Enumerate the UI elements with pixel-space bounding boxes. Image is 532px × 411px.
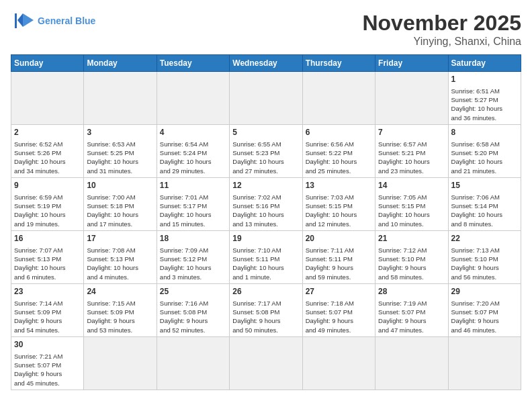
day-info: Sunrise: 7:13 AM Sunset: 5:10 PM Dayligh…: [451, 246, 518, 281]
day-number: 9: [14, 180, 81, 191]
calendar-cell: 1Sunrise: 6:51 AM Sunset: 5:27 PM Daylig…: [448, 72, 521, 125]
calendar-cell: [375, 336, 448, 390]
day-number: 5: [232, 127, 299, 138]
calendar-cell: 26Sunrise: 7:17 AM Sunset: 5:08 PM Dayli…: [230, 283, 302, 336]
day-info: Sunrise: 6:55 AM Sunset: 5:23 PM Dayligh…: [232, 140, 299, 175]
day-number: 7: [378, 127, 445, 138]
calendar-cell: [230, 336, 302, 390]
day-number: 18: [160, 233, 226, 244]
day-info: Sunrise: 7:15 AM Sunset: 5:09 PM Dayligh…: [87, 299, 153, 334]
calendar-cell: [302, 336, 375, 390]
day-number: 20: [306, 233, 372, 244]
day-info: Sunrise: 7:05 AM Sunset: 5:15 PM Dayligh…: [378, 193, 445, 228]
calendar-cell: 5Sunrise: 6:55 AM Sunset: 5:23 PM Daylig…: [230, 124, 302, 177]
calendar-cell: 11Sunrise: 7:01 AM Sunset: 5:17 PM Dayli…: [157, 177, 229, 230]
weekday-header-monday: Monday: [84, 55, 157, 72]
day-number: 1: [451, 74, 518, 85]
day-info: Sunrise: 7:03 AM Sunset: 5:15 PM Dayligh…: [306, 193, 372, 228]
calendar-cell: 28Sunrise: 7:19 AM Sunset: 5:07 PM Dayli…: [375, 283, 448, 336]
day-number: 16: [14, 233, 81, 244]
month-title: November 2025: [362, 11, 521, 36]
page-header: General Blue November 2025 Yinying, Shan…: [11, 11, 521, 48]
day-info: Sunrise: 7:16 AM Sunset: 5:08 PM Dayligh…: [160, 299, 226, 334]
calendar-cell: 6Sunrise: 6:56 AM Sunset: 5:22 PM Daylig…: [302, 124, 375, 177]
day-info: Sunrise: 6:57 AM Sunset: 5:21 PM Dayligh…: [378, 140, 445, 175]
day-number: 26: [232, 286, 299, 298]
weekday-header-sunday: Sunday: [11, 55, 84, 72]
calendar-cell: 4Sunrise: 6:54 AM Sunset: 5:24 PM Daylig…: [157, 124, 229, 177]
day-number: 14: [378, 180, 445, 191]
calendar-cell: [157, 336, 229, 390]
calendar-cell: [84, 72, 157, 125]
day-number: 3: [87, 127, 153, 138]
day-number: 28: [378, 286, 445, 298]
day-number: 11: [160, 180, 226, 191]
day-number: 2: [14, 127, 81, 138]
day-info: Sunrise: 7:02 AM Sunset: 5:16 PM Dayligh…: [232, 193, 299, 228]
day-number: 29: [451, 286, 518, 298]
day-info: Sunrise: 7:11 AM Sunset: 5:11 PM Dayligh…: [306, 246, 372, 281]
week-row-0: 1Sunrise: 6:51 AM Sunset: 5:27 PM Daylig…: [11, 72, 521, 125]
day-info: Sunrise: 6:58 AM Sunset: 5:20 PM Dayligh…: [451, 140, 518, 175]
title-block: November 2025 Yinying, Shanxi, China: [362, 11, 521, 48]
weekday-header-wednesday: Wednesday: [230, 55, 302, 72]
calendar-cell: 22Sunrise: 7:13 AM Sunset: 5:10 PM Dayli…: [448, 230, 521, 283]
week-row-3: 16Sunrise: 7:07 AM Sunset: 5:13 PM Dayli…: [11, 230, 521, 283]
logo: General Blue: [11, 11, 95, 31]
calendar-cell: [84, 336, 157, 390]
day-number: 15: [451, 180, 518, 191]
day-number: 6: [306, 127, 372, 138]
calendar-cell: 30Sunrise: 7:21 AM Sunset: 5:07 PM Dayli…: [11, 336, 84, 390]
day-number: 12: [232, 180, 299, 191]
calendar-cell: [302, 72, 375, 125]
day-info: Sunrise: 7:17 AM Sunset: 5:08 PM Dayligh…: [232, 299, 299, 334]
day-info: Sunrise: 7:01 AM Sunset: 5:17 PM Dayligh…: [160, 193, 226, 228]
day-number: 25: [160, 286, 226, 298]
weekday-header-thursday: Thursday: [302, 55, 375, 72]
day-info: Sunrise: 7:18 AM Sunset: 5:07 PM Dayligh…: [306, 299, 372, 334]
day-number: 13: [306, 180, 372, 191]
calendar-cell: 3Sunrise: 6:53 AM Sunset: 5:25 PM Daylig…: [84, 124, 157, 177]
day-info: Sunrise: 7:10 AM Sunset: 5:11 PM Dayligh…: [232, 246, 299, 281]
week-row-1: 2Sunrise: 6:52 AM Sunset: 5:26 PM Daylig…: [11, 124, 521, 177]
calendar-cell: 14Sunrise: 7:05 AM Sunset: 5:15 PM Dayli…: [375, 177, 448, 230]
calendar-cell: 12Sunrise: 7:02 AM Sunset: 5:16 PM Dayli…: [230, 177, 302, 230]
day-info: Sunrise: 6:54 AM Sunset: 5:24 PM Dayligh…: [160, 140, 226, 175]
day-number: 8: [451, 127, 518, 138]
day-number: 30: [14, 339, 81, 351]
calendar-cell: 19Sunrise: 7:10 AM Sunset: 5:11 PM Dayli…: [230, 230, 302, 283]
day-number: 19: [232, 233, 299, 244]
calendar-cell: 7Sunrise: 6:57 AM Sunset: 5:21 PM Daylig…: [375, 124, 448, 177]
weekday-header-tuesday: Tuesday: [157, 55, 229, 72]
day-info: Sunrise: 7:06 AM Sunset: 5:14 PM Dayligh…: [451, 193, 518, 228]
day-info: Sunrise: 7:19 AM Sunset: 5:07 PM Dayligh…: [378, 299, 445, 334]
day-info: Sunrise: 7:14 AM Sunset: 5:09 PM Dayligh…: [14, 299, 81, 334]
day-info: Sunrise: 6:53 AM Sunset: 5:25 PM Dayligh…: [87, 140, 153, 175]
day-info: Sunrise: 7:20 AM Sunset: 5:07 PM Dayligh…: [451, 299, 518, 334]
day-number: 21: [378, 233, 445, 244]
logo-icon: [11, 11, 35, 31]
day-info: Sunrise: 6:52 AM Sunset: 5:26 PM Dayligh…: [14, 140, 81, 175]
calendar-cell: 20Sunrise: 7:11 AM Sunset: 5:11 PM Dayli…: [302, 230, 375, 283]
day-number: 27: [306, 286, 372, 298]
calendar-cell: [448, 336, 521, 390]
day-info: Sunrise: 6:59 AM Sunset: 5:19 PM Dayligh…: [14, 193, 81, 228]
calendar-cell: 29Sunrise: 7:20 AM Sunset: 5:07 PM Dayli…: [448, 283, 521, 336]
weekday-header-row: SundayMondayTuesdayWednesdayThursdayFrid…: [11, 55, 521, 72]
day-number: 24: [87, 286, 153, 298]
day-info: Sunrise: 7:12 AM Sunset: 5:10 PM Dayligh…: [378, 246, 445, 281]
day-info: Sunrise: 7:08 AM Sunset: 5:13 PM Dayligh…: [87, 246, 153, 281]
location: Yinying, Shanxi, China: [362, 36, 521, 48]
svg-rect-3: [15, 13, 17, 28]
weekday-header-friday: Friday: [375, 55, 448, 72]
day-number: 17: [87, 233, 153, 244]
day-number: 4: [160, 127, 226, 138]
day-number: 10: [87, 180, 153, 191]
calendar-cell: 18Sunrise: 7:09 AM Sunset: 5:12 PM Dayli…: [157, 230, 229, 283]
logo-text: General Blue: [38, 15, 95, 27]
day-info: Sunrise: 7:07 AM Sunset: 5:13 PM Dayligh…: [14, 246, 81, 281]
day-info: Sunrise: 7:21 AM Sunset: 5:07 PM Dayligh…: [14, 352, 81, 387]
calendar-cell: 25Sunrise: 7:16 AM Sunset: 5:08 PM Dayli…: [157, 283, 229, 336]
calendar-cell: 15Sunrise: 7:06 AM Sunset: 5:14 PM Dayli…: [448, 177, 521, 230]
day-info: Sunrise: 6:56 AM Sunset: 5:22 PM Dayligh…: [306, 140, 372, 175]
